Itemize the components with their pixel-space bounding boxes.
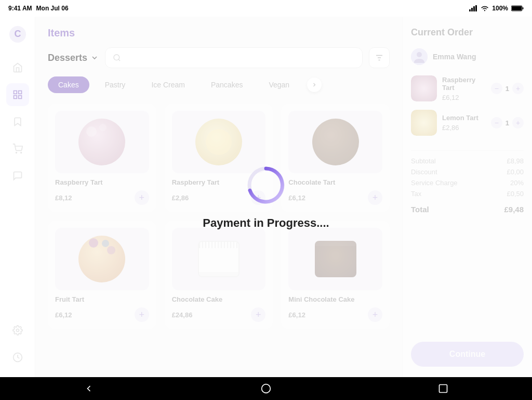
spinner-container: Payment in Progress.... [203,164,329,230]
nav-home-button[interactable] [255,377,277,400]
svg-rect-0 [469,9,471,11]
payment-overlay: Payment in Progress.... [0,17,532,377]
recent-square-icon [438,383,448,394]
status-bar: 9:41 AM Mon Jul 06 100% [0,0,532,17]
battery-text: 100% [492,5,508,12]
signal-icon [469,5,477,11]
payment-progress-text: Payment in Progress.... [203,216,329,230]
svg-point-25 [262,384,271,393]
svg-rect-2 [473,6,475,11]
svg-rect-3 [475,5,477,11]
svg-rect-5 [512,6,522,10]
svg-rect-1 [471,8,473,11]
nav-recent-button[interactable] [432,377,455,400]
home-circle-icon [261,383,271,394]
svg-rect-6 [523,7,524,9]
bottom-nav [0,377,532,400]
svg-rect-26 [440,385,447,393]
back-icon [84,383,94,394]
wifi-icon [481,5,489,11]
status-time: 9:41 AM [8,5,32,12]
nav-back-button[interactable] [77,377,100,400]
status-date: Mon Jul 06 [36,5,69,12]
battery-icon [511,5,524,11]
status-indicators: 100% [469,5,524,12]
loading-spinner [245,164,287,206]
